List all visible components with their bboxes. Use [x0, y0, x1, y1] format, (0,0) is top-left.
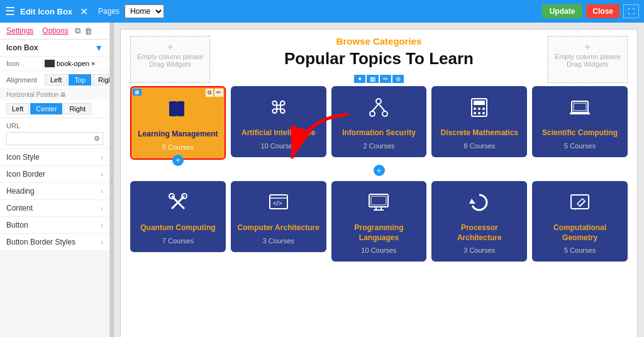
- card-title-2: Information Security: [342, 128, 416, 138]
- card-wrapper-top-4: Scientific Computing5 Courses: [532, 86, 628, 160]
- horiz-left-button[interactable]: Left: [6, 103, 29, 114]
- top-section-row: + Empty column please Drag Widgets Brows…: [121, 30, 637, 86]
- close-panel-button[interactable]: ✕: [80, 6, 88, 18]
- horizontal-position-label: Horizontal Position 🖥: [6, 91, 103, 98]
- alignment-btn-group: Left Top Right: [45, 74, 110, 86]
- url-input[interactable]: [7, 133, 91, 145]
- icon-label: Icon: [6, 60, 41, 67]
- svg-point-10: [474, 108, 476, 110]
- expandable-row-button[interactable]: Button›: [0, 217, 109, 234]
- card-bottom-icon-2: [367, 191, 390, 218]
- card-top-1[interactable]: ⌘Artificial Intelligence10 Courses: [231, 86, 326, 157]
- card-courses-3: 8 Courses: [464, 142, 495, 150]
- chevron-icon: ›: [101, 170, 103, 178]
- card-courses-2: 2 Courses: [363, 142, 394, 150]
- expand-button[interactable]: ⛶: [623, 4, 639, 18]
- cards-grid-bottom: Quantum Computing7 Courses</>Computer Ar…: [130, 181, 628, 262]
- browse-categories-title: Browse Categories: [336, 36, 422, 47]
- top-bar-title: Edit Icon Box: [20, 7, 72, 16]
- card-bottom-courses-4: 5 Courses: [564, 246, 596, 254]
- card-icon-1: ⌘: [267, 96, 290, 123]
- icon-remove-button[interactable]: ×: [91, 60, 95, 67]
- icon-box-label: Icon Box: [6, 43, 38, 52]
- horiz-right-button[interactable]: Right: [64, 103, 91, 114]
- svg-rect-30: [371, 196, 386, 205]
- svg-rect-9: [474, 101, 485, 105]
- svg-point-3: [376, 99, 381, 104]
- empty-column-left[interactable]: + Empty column please Drag Widgets: [130, 36, 210, 83]
- close-button[interactable]: Close: [586, 4, 619, 18]
- svg-point-15: [482, 112, 485, 114]
- svg-point-4: [370, 111, 375, 116]
- card-add-button[interactable]: +: [172, 155, 184, 166]
- card-top-3[interactable]: Discrete Mathematics8 Courses: [431, 86, 527, 157]
- expandable-row-heading[interactable]: Heading›: [0, 183, 109, 200]
- url-settings-icon[interactable]: ⚙: [91, 133, 103, 145]
- card-wrapper-bottom-3: Processor Architecture3 Courses: [431, 181, 527, 262]
- title-move-btn[interactable]: ⊕: [392, 75, 404, 83]
- expandable-row-icon-style[interactable]: Icon Style›: [0, 149, 109, 166]
- card-bottom-0[interactable]: Quantum Computing7 Courses: [130, 181, 226, 252]
- align-left-button[interactable]: Left: [45, 74, 67, 86]
- horizontal-btn-row: Left Center Right: [0, 100, 109, 118]
- card-wrapper-top-3: Discrete Mathematics8 Courses: [431, 86, 527, 160]
- expandable-row-button-border-styles[interactable]: Button Border Styles›: [0, 234, 109, 251]
- card-top-0[interactable]: ▦⧉✏Learning Management5 Courses: [130, 86, 226, 160]
- card-bottom-1[interactable]: </>Computer Architecture3 Courses: [231, 181, 326, 252]
- canvas-area: + Empty column please Drag Widgets Brows…: [114, 23, 644, 337]
- card-title-4: Scientific Computing: [542, 128, 618, 138]
- title-edit-btn[interactable]: ✦: [354, 75, 365, 83]
- icon-box-section-header[interactable]: Icon Box ▼: [0, 40, 109, 57]
- card-bottom-title-0: Quantum Computing: [140, 223, 215, 233]
- card-bottom-2[interactable]: Programming Languages10 Courses: [331, 181, 427, 262]
- pages-select[interactable]: Home: [125, 4, 164, 18]
- canvas-inner: + Empty column please Drag Widgets Brows…: [120, 29, 638, 337]
- alignment-field-row: Alignment Left Top Right: [0, 71, 109, 89]
- grid-bottom-plus-container: +: [130, 165, 628, 177]
- align-right-button[interactable]: Right: [92, 74, 110, 86]
- card-bottom-courses-2: 10 Courses: [361, 246, 396, 254]
- grid-add-button[interactable]: +: [374, 165, 385, 176]
- tab-settings[interactable]: Settings: [4, 25, 36, 36]
- top-bar-right: Update Close ⛶: [542, 4, 639, 18]
- card-top-2[interactable]: Information Security2 Courses: [331, 86, 427, 157]
- card-bottom-courses-1: 3 Courses: [263, 237, 294, 245]
- card-wrapper-bottom-0: Quantum Computing7 Courses: [130, 181, 226, 262]
- left-panel: Settings Options ⧉ 🗑 Icon Box ▼ Icon boo…: [0, 23, 110, 337]
- copy-icon[interactable]: ⧉: [75, 26, 80, 36]
- card-bottom-3[interactable]: Processor Architecture3 Courses: [431, 181, 527, 262]
- cards-grid-top: ▦⧉✏Learning Management5 Courses+⌘Artific…: [130, 86, 628, 160]
- empty-col-text2-left: Drag Widgets: [137, 60, 203, 68]
- card-bottom-icon-3: [468, 191, 491, 218]
- expandable-row-content[interactable]: Content›: [0, 200, 109, 217]
- tab-options[interactable]: Options: [40, 25, 70, 36]
- card-bottom-title-2: Programming Languages: [338, 223, 421, 243]
- card-wrapper-bottom-2: Programming Languages10 Courses: [331, 181, 427, 262]
- hamburger-icon[interactable]: ☰: [5, 4, 15, 18]
- empty-col-plus-right: +: [555, 41, 621, 53]
- horizontal-position-row: Horizontal Position 🖥: [0, 89, 109, 100]
- card-copy-icon[interactable]: ⧉: [206, 89, 213, 97]
- card-icon-0: [167, 97, 189, 124]
- card-bottom-icon-1: </>: [267, 191, 290, 218]
- title-pencil-btn[interactable]: ✏: [380, 75, 391, 83]
- card-title-3: Discrete Mathematics: [441, 128, 518, 138]
- empty-column-right[interactable]: + Empty column please Drag Widgets: [548, 36, 628, 83]
- horiz-center-button[interactable]: Center: [30, 103, 62, 114]
- card-top-4[interactable]: Scientific Computing5 Courses: [532, 86, 628, 157]
- icon-value: book-open ×: [45, 60, 95, 67]
- card-pencil-icon[interactable]: ✏: [214, 89, 223, 97]
- chevron-icon: ›: [101, 187, 103, 195]
- url-input-wrap: ⚙: [6, 132, 103, 145]
- title-col-btn[interactable]: ▦: [367, 75, 379, 83]
- align-top-button[interactable]: Top: [69, 74, 91, 86]
- card-edit-icons: ⧉✏: [206, 89, 223, 97]
- panel-tabs: Settings Options ⧉ 🗑: [0, 23, 109, 40]
- expandable-row-icon-border[interactable]: Icon Border›: [0, 166, 109, 183]
- card-bottom-courses-0: 7 Courses: [162, 237, 194, 245]
- svg-point-13: [474, 112, 476, 114]
- trash-icon[interactable]: 🗑: [84, 26, 92, 36]
- card-bottom-4[interactable]: Computational Geometry5 Courses: [532, 181, 628, 262]
- svg-point-11: [478, 108, 480, 110]
- update-button[interactable]: Update: [542, 4, 583, 18]
